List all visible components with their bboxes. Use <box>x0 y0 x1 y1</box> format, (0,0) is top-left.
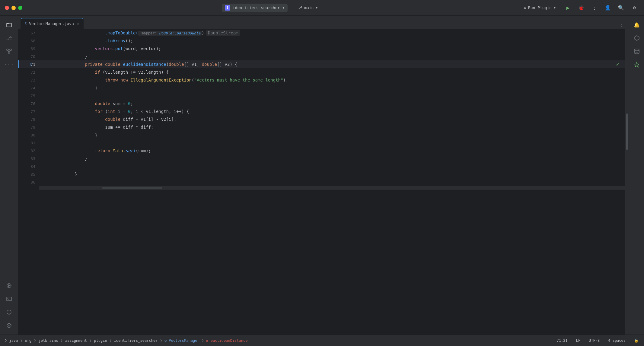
breadcrumb: ❯ java ❯ org ❯ jetbrains ❯ assignment ❯ … <box>4 338 554 343</box>
svg-line-6 <box>9 50 11 52</box>
sidebar-icon-structure[interactable] <box>3 45 15 57</box>
line-77: 77 <box>18 107 39 115</box>
main-layout: ⎇ ··· © VectorsManager.java ✕ ⋮ <box>0 16 644 335</box>
title-bar-center: I identifiers-searcher ▾ ⎇ main ▾ <box>26 4 517 12</box>
status-bar: ❯ java ❯ org ❯ jetbrains ❯ assignment ❯ … <box>0 335 644 346</box>
sidebar-icon-more[interactable]: ··· <box>3 59 15 71</box>
tab-more-button[interactable]: ⋮ <box>617 21 626 29</box>
sidebar-icon-problems[interactable] <box>3 306 15 318</box>
editor-area: © VectorsManager.java ✕ ⋮ 67 68 69 70 @ … <box>18 16 629 335</box>
code-line-73: throw new IllegalArgumentException("Vect… <box>39 76 625 84</box>
database-icon[interactable] <box>631 46 642 57</box>
debug-button[interactable]: 🐞 <box>576 3 586 13</box>
branch-name: main <box>304 5 314 10</box>
svg-marker-8 <box>8 285 10 287</box>
code-line-86 <box>39 178 625 186</box>
line-69: 69 <box>18 45 39 53</box>
line-76: 76 <box>18 100 39 107</box>
code-content[interactable]: .mapToDouble( mapper: Double::parseDoubl… <box>39 29 625 335</box>
class-icon: © <box>165 339 167 343</box>
lock-icon[interactable]: 🔒 <box>632 338 640 343</box>
sidebar-icon-folder[interactable] <box>3 19 15 31</box>
branch-selector[interactable]: ⎇ main ▾ <box>295 4 321 11</box>
svg-point-16 <box>8 327 9 328</box>
breadcrumb-org[interactable]: org <box>24 338 33 343</box>
code-editor: 67 68 69 70 @ 71 72 73 74 75 76 77 78 79… <box>18 29 629 335</box>
sidebar-icon-git-history[interactable] <box>3 319 15 332</box>
user-icon[interactable]: 👤 <box>603 3 613 13</box>
line-70: 70 <box>18 53 39 60</box>
traffic-lights <box>5 6 22 10</box>
minimize-button[interactable] <box>11 6 16 10</box>
more-options-button[interactable]: ⋮ <box>590 3 599 13</box>
breadcrumb-jetbrains[interactable]: jetbrains <box>37 338 59 343</box>
breadcrumb-assignment[interactable]: assignment <box>64 338 88 343</box>
ai-assistant-icon[interactable] <box>631 59 642 70</box>
branch-dropdown-icon: ▾ <box>315 5 318 10</box>
close-button[interactable] <box>5 6 9 10</box>
status-right: 71:21 LF UTF-8 4 spaces 🔒 <box>555 338 641 343</box>
tab-label: VectorsManager.java <box>29 21 74 26</box>
breadcrumb-identifiers-searcher[interactable]: identifiers_searcher <box>113 338 159 343</box>
line-71: @ 71 <box>18 60 39 68</box>
sidebar-icon-git[interactable]: ⎇ <box>3 32 15 44</box>
cursor-position[interactable]: 71:21 <box>555 338 569 343</box>
line-85: 85 <box>18 170 39 178</box>
svg-marker-20 <box>634 36 639 40</box>
sidebar-icon-terminal[interactable] <box>3 293 15 305</box>
run-plugin-button[interactable]: ⚙ Run Plugin ▾ <box>520 4 560 11</box>
left-sidebar: ⎇ ··· <box>0 16 18 335</box>
tab-vectors-manager[interactable]: © VectorsManager.java ✕ <box>21 18 84 29</box>
line-ending[interactable]: LF <box>574 338 582 343</box>
encoding[interactable]: UTF-8 <box>587 338 601 343</box>
sidebar-icon-run[interactable] <box>3 280 15 292</box>
line-68: 68 <box>18 37 39 45</box>
svg-rect-3 <box>10 49 11 50</box>
line-86: 86 <box>18 178 39 186</box>
tab-close-button[interactable]: ✕ <box>77 21 79 26</box>
title-bar: I identifiers-searcher ▾ ⎇ main ▾ ⚙ Run … <box>0 0 644 16</box>
run-plugin-dropdown-icon: ▾ <box>553 5 556 10</box>
svg-line-18 <box>8 325 9 327</box>
line-73: 73 <box>18 76 39 84</box>
breadcrumb-plugin[interactable]: plugin <box>93 338 108 343</box>
project-selector[interactable]: I identifiers-searcher ▾ <box>222 4 288 12</box>
indentation[interactable]: 4 spaces <box>606 338 627 343</box>
scrollbar-thumb[interactable] <box>626 114 628 150</box>
code-line-71: ✓ private double euclideanDistance(doubl… <box>39 60 625 68</box>
line-number-gutter: 67 68 69 70 @ 71 72 73 74 75 76 77 78 79… <box>18 29 39 335</box>
svg-point-13 <box>9 313 9 314</box>
maximize-button[interactable] <box>18 6 22 10</box>
line-79: 79 <box>18 123 39 131</box>
line-75: 75 <box>18 92 39 100</box>
code-line-85: } <box>39 170 625 178</box>
project-dropdown-icon: ▾ <box>282 5 285 10</box>
line-83: 83 <box>18 155 39 162</box>
title-bar-right: ⚙ Run Plugin ▾ ▶ 🐞 ⋮ 👤 🔍 ⚙ <box>520 3 639 13</box>
line-84: 84 <box>18 162 39 170</box>
project-icon: I <box>225 5 230 11</box>
right-panel: 🔔 <box>629 16 644 335</box>
line-74: 74 <box>18 84 39 92</box>
svg-point-15 <box>7 324 8 325</box>
code-line-84 <box>39 162 625 170</box>
run-plugin-icon: ⚙ <box>524 5 526 10</box>
search-icon[interactable]: 🔍 <box>616 3 626 13</box>
line-81: 81 <box>18 139 39 147</box>
code-line-82: return Math.sqrt(sum); <box>39 147 625 155</box>
settings-icon[interactable]: ⚙ <box>630 3 639 13</box>
breadcrumb-euclidean-distance[interactable]: m euclideanDistance <box>205 338 249 343</box>
line-82: 82 <box>18 147 39 155</box>
code-line-79: sum += diff * diff; <box>39 123 625 131</box>
line-80: 80 <box>18 131 39 139</box>
svg-line-19 <box>9 325 10 327</box>
scrollbar-track[interactable] <box>625 29 629 335</box>
plugin-icon[interactable] <box>631 33 642 43</box>
tab-bar: © VectorsManager.java ✕ ⋮ <box>18 16 629 29</box>
breadcrumb-vectors-manager[interactable]: © VectorsManager <box>164 338 201 343</box>
svg-point-17 <box>10 324 11 325</box>
play-button[interactable]: ▶ <box>563 3 573 13</box>
breadcrumb-java[interactable]: ❯ java <box>4 338 19 343</box>
notification-icon[interactable]: 🔔 <box>631 19 642 30</box>
svg-line-5 <box>8 50 9 52</box>
